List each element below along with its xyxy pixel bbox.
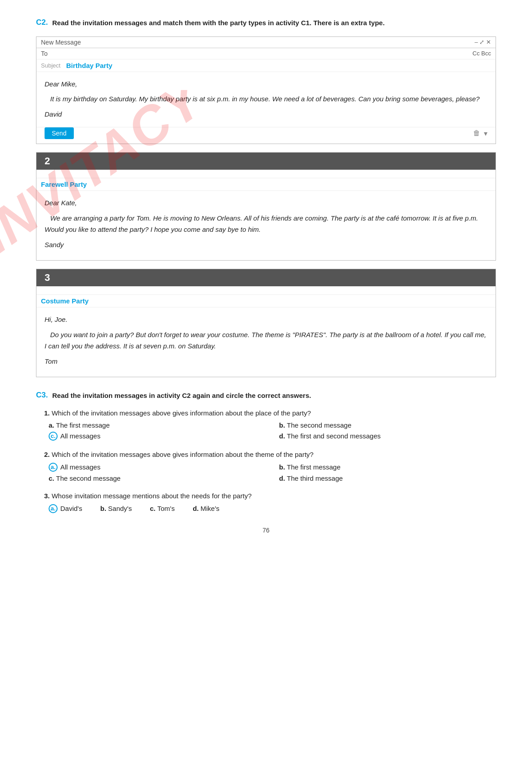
email-2-number-bar: 2 xyxy=(36,153,496,170)
question-2-text: 2. Which of the invitation messages abov… xyxy=(44,451,496,458)
email-message-3: 3 Costume Party Hi, Joe. Do you want to … xyxy=(36,269,496,377)
q3-answer-b: b. Sandy's xyxy=(100,504,132,513)
q3-answer-d: d. Mike's xyxy=(193,504,219,513)
question-1: 1. Which of the invitation messages abov… xyxy=(44,409,496,441)
c2-label: C2. xyxy=(36,18,50,27)
q2-answer-a: a. All messages xyxy=(49,463,266,472)
email-1-body: Dear Mike, It is my birthday on Saturday… xyxy=(36,72,496,124)
question-1-answers: a. The first message b. The second messa… xyxy=(49,421,496,441)
email-2-spacer xyxy=(36,170,496,178)
email-3-number-bar: 3 xyxy=(36,269,496,286)
q3-answer-c: c. Tom's xyxy=(150,504,175,513)
more-icon[interactable]: ▾ xyxy=(484,129,487,138)
q3-answer-a: a. David's xyxy=(49,504,82,513)
c3-section: C3. Read the invitation messages in acti… xyxy=(36,391,496,513)
question-2: 2. Which of the invitation messages abov… xyxy=(44,451,496,482)
email-3-subject: Costume Party xyxy=(41,297,89,305)
email-3-body: Hi, Joe. Do you want to join a party? Bu… xyxy=(36,307,496,370)
q1-answer-b: b. The second message xyxy=(279,421,496,429)
email-3-subject-row: Costume Party xyxy=(36,294,496,307)
question-2-answers: a. All messages b. The first message c. … xyxy=(49,463,496,482)
email-1-to-label: To xyxy=(41,50,48,57)
email-1-subject-row: Subject Birthday Party xyxy=(36,59,496,72)
q1-answer-a: a. The first message xyxy=(49,421,266,429)
page-number: 76 xyxy=(36,527,496,534)
question-1-text: 1. Which of the invitation messages abov… xyxy=(44,409,496,417)
c2-instruction: Read the invitation messages and match t… xyxy=(52,18,385,28)
email-1-controls[interactable]: – ⤢ ✕ xyxy=(475,39,491,45)
email-3-bottom-spacer xyxy=(36,370,496,377)
c3-heading: C3. Read the invitation messages in acti… xyxy=(36,391,496,401)
email-1-cc-bcc: Cc Bcc xyxy=(473,50,491,57)
email-1-footer: Send 🗑 ▾ xyxy=(36,127,496,144)
c2-heading: C2. Read the invitation messages and mat… xyxy=(36,18,496,28)
email-1-footer-icons: 🗑 ▾ xyxy=(473,129,487,138)
send-button-1[interactable]: Send xyxy=(45,127,74,139)
email-2-subject: Farewell Party xyxy=(41,180,87,188)
trash-icon[interactable]: 🗑 xyxy=(473,129,480,138)
email-2-subject-row: Farewell Party xyxy=(36,178,496,191)
question-3: 3. Whose invitation message mentions abo… xyxy=(44,492,496,513)
email-1-subject-label: Subject xyxy=(41,62,63,69)
email-message-2: 2 Farewell Party Dear Kate, We are arran… xyxy=(36,152,496,261)
email-1-title: New Message xyxy=(41,39,81,46)
email-3-spacer xyxy=(36,286,496,294)
c3-label: C3. xyxy=(36,391,50,400)
q2-answer-d: d. The third message xyxy=(279,474,496,482)
email-1-to-row: To Cc Bcc xyxy=(36,48,496,59)
email-2-bottom-spacer xyxy=(36,254,496,260)
question-3-text: 3. Whose invitation message mentions abo… xyxy=(44,492,496,500)
c3-instruction: Read the invitation messages in activity… xyxy=(52,391,311,401)
email-message-1: New Message – ⤢ ✕ To Cc Bcc Subject Birt… xyxy=(36,36,496,144)
q1-answer-d: d. The first and second messages xyxy=(279,432,496,441)
q1-answer-c: c. All messages xyxy=(49,432,266,441)
q2-answer-b: b. The first message xyxy=(279,463,496,472)
email-2-body: Dear Kate, We are arranging a party for … xyxy=(36,191,496,254)
email-1-subject: Birthday Party xyxy=(66,62,113,69)
email-1-header: New Message – ⤢ ✕ xyxy=(36,37,496,48)
q2-answer-c: c. The second message xyxy=(49,474,266,482)
question-3-answers: a. David's b. Sandy's c. Tom's d. Mike's xyxy=(49,504,496,513)
